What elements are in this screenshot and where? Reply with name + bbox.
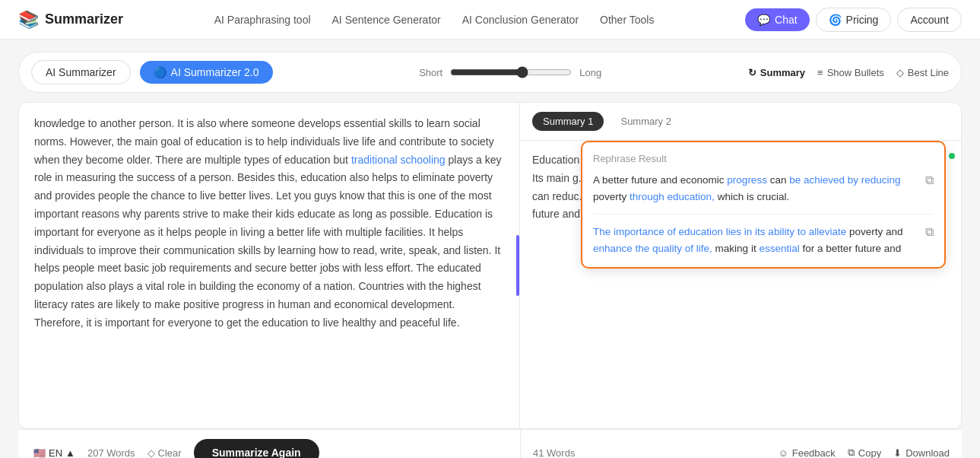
copy-label: Copy (858, 447, 881, 459)
download-label: Download (905, 447, 950, 459)
rephrase-text-suffix-2: for a better future and (800, 243, 902, 254)
scroll-indicator (516, 235, 519, 296)
nav-paraphrasing[interactable]: AI Paraphrasing tool (214, 14, 311, 26)
nav-actions: 💬 Chat 🌀 Pricing Account (745, 8, 962, 32)
feedback-icon: ☺ (778, 447, 788, 459)
account-button[interactable]: Account (897, 8, 962, 32)
bottom-right: 41 Words ☺ Feedback ⧉ Copy ⬇ Download (521, 429, 962, 458)
rephrase-popup: Rephrase Result A better future and econ… (581, 141, 946, 269)
logo-icon: 📚 (18, 10, 39, 30)
nav-sentence[interactable]: AI Sentence Generator (332, 14, 441, 26)
rephrase-link2-3: essential (759, 243, 799, 254)
right-panel: Summary 1 Summary 2 Education ... norms.… (520, 103, 961, 428)
rephrase-text-suffix-1: which is crucial. (715, 191, 789, 202)
rephrase-title: Rephrase Result (593, 153, 934, 164)
rephrase-link-2: be achieved by reducing (789, 174, 900, 186)
nav-tools[interactable]: Other Tools (600, 14, 654, 26)
length-slider[interactable] (450, 66, 572, 78)
clear-button[interactable]: ◇ Clear (147, 447, 182, 459)
view-options: ↻ Summary ≡ Show Bullets ◇ Best Line (748, 67, 949, 78)
tab-ai-summarizer-2[interactable]: 🔵 AI Summarizer 2.0 (140, 61, 273, 84)
feedback-label: Feedback (792, 447, 836, 459)
view-bestline-btn[interactable]: ◇ Best Line (896, 67, 949, 78)
view-bestline-label: Best Line (908, 67, 949, 78)
rephrase-text-post-2: making it (712, 243, 760, 254)
pricing-button[interactable]: 🌀 Pricing (816, 8, 892, 32)
copy-icon-btn-1[interactable]: ⧉ (925, 173, 934, 187)
rephrase-link2-2: enhance the quality of life, (593, 243, 712, 254)
main-container: AI Summarizer 🔵 AI Summarizer 2.0 Short … (0, 40, 980, 458)
logo[interactable]: 📚 Summarizer (18, 10, 123, 30)
nav-conclusion[interactable]: AI Conclusion Generator (462, 14, 579, 26)
left-panel[interactable]: knowledge to another person. It is also … (19, 103, 520, 428)
rephrase-text-post-1: poverty (593, 191, 630, 202)
summary-icon: ↻ (748, 67, 756, 78)
bottom-row: 🇺🇸 EN ▲ 207 Words ◇ Clear Summarize Agai… (18, 429, 962, 458)
view-bullets-label: Show Bullets (827, 67, 884, 78)
view-summary-btn[interactable]: ↻ Summary (748, 67, 805, 78)
slider-section: Short Long (282, 66, 739, 78)
active-dot (949, 153, 955, 159)
clear-label: Clear (158, 447, 182, 459)
language-badge: 🇺🇸 EN ▲ (33, 447, 75, 459)
chat-icon: 💬 (757, 14, 770, 26)
copy-icon-btn-2[interactable]: ⧉ (925, 225, 934, 239)
eraser-icon: ◇ (147, 447, 155, 459)
download-icon: ⬇ (893, 447, 902, 459)
download-button[interactable]: ⬇ Download (893, 447, 950, 459)
view-summary-label: Summary (760, 67, 805, 78)
summary-content: Education ... norms.Its main g... Educat… (520, 141, 961, 428)
bestline-icon: ◇ (896, 67, 904, 78)
rephrase-text-1: A better future and economic progress ca… (593, 172, 919, 205)
chat-button[interactable]: 💬 Chat (745, 8, 810, 31)
copy-icon: ⧉ (848, 447, 855, 458)
view-bullets-btn[interactable]: ≡ Show Bullets (817, 67, 884, 78)
summarize-again-button[interactable]: Summarize Again (194, 439, 319, 458)
rephrase-item-2: The importance of education lies in its … (593, 224, 934, 256)
navbar: 📚 Summarizer AI Paraphrasing tool AI Sen… (0, 0, 980, 40)
account-label: Account (910, 14, 949, 26)
pricing-icon: 🌀 (829, 14, 842, 26)
nav-links: AI Paraphrasing tool AI Sentence Generat… (147, 14, 721, 26)
language-code: EN (49, 447, 62, 459)
summary-tab-1[interactable]: Summary 1 (532, 112, 604, 131)
rephrase-item-1: A better future and economic progress ca… (593, 172, 934, 215)
rephrase-text-2: The importance of education lies in its … (593, 224, 919, 256)
copy-button[interactable]: ⧉ Copy (848, 447, 881, 458)
summary-tabs: Summary 1 Summary 2 (520, 103, 961, 141)
brand-name: Summarizer (45, 11, 123, 27)
chat-label: Chat (775, 14, 798, 26)
flag-icon: 🇺🇸 (33, 447, 46, 459)
rephrase-text-prefix-1: A better future and economic (593, 174, 727, 186)
bottom-left: 🇺🇸 EN ▲ 207 Words ◇ Clear Summarize Agai… (18, 429, 521, 458)
content-row: knowledge to another person. It is also … (18, 102, 962, 429)
toolbar-row: AI Summarizer 🔵 AI Summarizer 2.0 Short … (18, 52, 962, 93)
bullets-icon: ≡ (817, 67, 823, 78)
input-word-count: 207 Words (87, 447, 135, 459)
tab-ai-summarizer[interactable]: AI Summarizer (31, 60, 131, 84)
rephrase-link-1: progress (727, 174, 767, 186)
slider-min-label: Short (419, 67, 442, 78)
input-text: knowledge to another person. It is also … (34, 115, 504, 332)
rephrase-link-3: through education, (630, 191, 715, 202)
summarizer2-icon: 🔵 (154, 66, 167, 78)
rephrase-link2-1: The importance of education lies in its … (593, 226, 846, 237)
rephrase-text-mid-1: can (767, 174, 789, 186)
slider-max-label: Long (579, 67, 601, 78)
feedback-button[interactable]: ☺ Feedback (778, 447, 835, 459)
summarizer2-label: AI Summarizer 2.0 (171, 66, 259, 78)
pricing-label: Pricing (846, 14, 879, 26)
summary-tab-2[interactable]: Summary 2 (610, 112, 681, 131)
caret-icon: ▲ (65, 447, 75, 459)
rephrase-text-mid-2: poverty and (846, 226, 902, 237)
output-word-count: 41 Words (533, 447, 575, 459)
